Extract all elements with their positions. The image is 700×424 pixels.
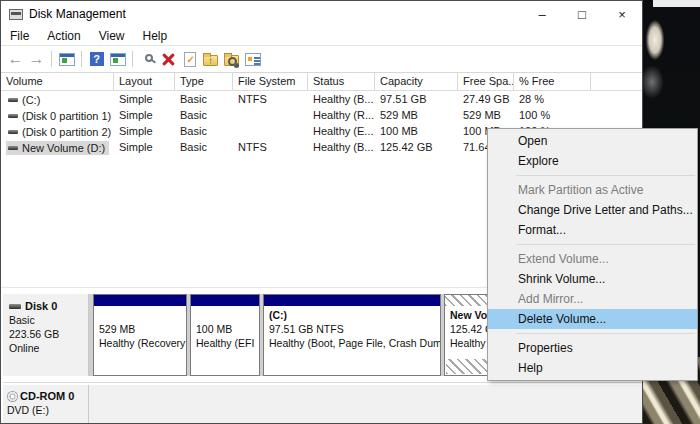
menu-separator <box>516 244 695 245</box>
partition-line2: 97.51 GB NTFS <box>269 322 440 336</box>
volume-row-c[interactable]: (C:)SimpleBasicNTFSHealthy (B...97.51 GB… <box>1 91 642 107</box>
desktop: Disk Management – □ × FileActionViewHelp… <box>0 0 700 424</box>
column-header-status[interactable]: Status <box>308 73 375 90</box>
volume-context-menu: OpenExploreMark Partition as ActiveChang… <box>487 128 698 381</box>
toolbar-separator <box>132 51 133 67</box>
toolbar-console-tree-icon[interactable] <box>56 49 77 69</box>
toolbar-properties-window-icon[interactable] <box>242 49 263 69</box>
menu-item-format[interactable]: Format... <box>488 220 697 240</box>
delete-icon <box>162 53 175 66</box>
disk-0-status: Online <box>9 341 88 355</box>
cell-layout: Simple <box>114 141 175 153</box>
toolbar-help-icon[interactable]: ? <box>86 49 107 69</box>
column-header-free[interactable]: % Free <box>514 73 591 90</box>
menubar-item-file[interactable]: File <box>1 27 38 45</box>
toolbar-separator <box>81 51 82 67</box>
cell-free_space: 529 MB <box>458 109 514 121</box>
column-header-free-spa[interactable]: Free Spa... <box>458 73 514 90</box>
cell-type: Basic <box>175 141 233 153</box>
partition-100-mb[interactable]: 100 MBHealthy (EFI <box>190 294 260 376</box>
menu-item-shrink-volume[interactable]: Shrink Volume... <box>488 269 697 289</box>
volume-name: (C:) <box>22 94 40 106</box>
column-header-filler <box>591 73 642 90</box>
toolbar-folder-search-icon[interactable] <box>221 49 242 69</box>
column-header-file-system[interactable]: File System <box>233 73 308 90</box>
wallpaper-highlight <box>653 0 700 7</box>
partition-529-mb[interactable]: 529 MBHealthy (Recovery <box>93 294 187 376</box>
menu-item-open[interactable]: Open <box>488 131 697 151</box>
cell-status: Healthy (R... <box>308 109 375 121</box>
app-icon <box>9 9 23 20</box>
menu-bar: FileActionViewHelp <box>1 27 642 45</box>
menu-item-help[interactable]: Help <box>488 358 697 378</box>
cell-file_system: NTFS <box>233 141 308 153</box>
column-header-volume[interactable]: Volume <box>1 73 114 90</box>
volume-name-wrap: New Volume (D:) <box>6 141 109 155</box>
toolbar-back-icon[interactable]: ← <box>5 49 26 69</box>
cell-pct_free: 28 % <box>514 93 591 105</box>
title-bar[interactable]: Disk Management – □ × <box>1 1 642 27</box>
cell-volume: New Volume (D:) <box>1 140 114 155</box>
menu-separator <box>516 333 695 334</box>
partition-text: 529 MBHealthy (Recovery <box>94 306 186 350</box>
column-header-layout[interactable]: Layout <box>114 73 175 90</box>
cdrom-label[interactable]: CD-ROM 0 DVD (E:) <box>3 385 89 424</box>
disk-0-size: 223.56 GB <box>9 327 88 341</box>
disk-0-type: Basic <box>9 313 88 327</box>
toolbar-folder-up-icon[interactable] <box>200 49 221 69</box>
partition-status-bar <box>264 295 440 306</box>
menu-item-explore[interactable]: Explore <box>488 151 697 171</box>
partition-line1: (C:) <box>269 308 440 322</box>
volume-name: (Disk 0 partition 2) <box>22 126 111 138</box>
menubar-item-view[interactable]: View <box>90 27 134 45</box>
close-button[interactable]: × <box>602 1 642 27</box>
partition-line1 <box>99 308 186 322</box>
menu-item-delete-volume[interactable]: Delete Volume... <box>488 309 697 329</box>
volume-row-disk-0-partition-1[interactable]: (Disk 0 partition 1)SimpleBasicHealthy (… <box>1 107 642 123</box>
partition-line2: 100 MB <box>196 322 259 336</box>
help-icon: ? <box>90 52 104 66</box>
menu-item-add-mirror: Add Mirror... <box>488 289 697 309</box>
cdrom-media-area[interactable] <box>89 385 642 424</box>
cdrom-row: CD-ROM 0 DVD (E:) <box>3 382 642 424</box>
toolbar-show-action-pane-icon[interactable] <box>107 49 128 69</box>
toolbar-check-document-icon[interactable] <box>179 49 200 69</box>
disk-0-name: Disk 0 <box>25 299 57 313</box>
volume-icon <box>8 98 18 102</box>
folder-up-icon <box>203 55 218 66</box>
partition-line1 <box>196 308 259 322</box>
volume-icon <box>8 146 18 150</box>
volume-icon <box>8 114 18 118</box>
column-header-capacity[interactable]: Capacity <box>375 73 458 90</box>
menu-item-properties[interactable]: Properties <box>488 338 697 358</box>
menubar-item-action[interactable]: Action <box>38 27 89 45</box>
cell-type: Basic <box>175 109 233 121</box>
column-header-type[interactable]: Type <box>175 73 233 90</box>
partition-status-bar <box>191 295 259 306</box>
cell-layout: Simple <box>114 109 175 121</box>
cd-icon <box>7 391 18 402</box>
partition-line3: Healthy (EFI <box>196 336 259 350</box>
maximize-button[interactable]: □ <box>562 1 602 27</box>
back-icon: ← <box>8 51 24 67</box>
partition-c[interactable]: (C:)97.51 GB NTFSHealthy (Boot, Page Fil… <box>263 294 441 376</box>
partition-status-bar <box>94 295 186 306</box>
cdrom-media: DVD (E:) <box>7 403 88 417</box>
cell-capacity: 97.51 GB <box>375 93 458 105</box>
partition-text: 100 MBHealthy (EFI <box>191 306 259 350</box>
minimize-button[interactable]: – <box>522 1 562 27</box>
cell-file_system: NTFS <box>233 93 308 105</box>
cell-volume: (Disk 0 partition 2) <box>1 124 114 139</box>
volume-name-wrap: (C:) <box>6 93 44 107</box>
cell-type: Basic <box>175 125 233 137</box>
toolbar-forward-icon[interactable]: → <box>26 49 47 69</box>
menu-item-change-drive-letter-and-paths[interactable]: Change Drive Letter and Paths... <box>488 200 697 220</box>
disk-0-label[interactable]: Disk 0 Basic 223.56 GB Online <box>3 294 89 376</box>
cell-capacity: 529 MB <box>375 109 458 121</box>
cell-pct_free: 100 % <box>514 109 591 121</box>
toolbar-delete-icon[interactable] <box>158 49 179 69</box>
volume-icon <box>8 130 18 134</box>
partition-line3: Healthy (Boot, Page File, Crash Dump <box>269 336 440 350</box>
menubar-item-help[interactable]: Help <box>134 27 177 45</box>
toolbar-rescan-icon[interactable] <box>137 49 158 69</box>
